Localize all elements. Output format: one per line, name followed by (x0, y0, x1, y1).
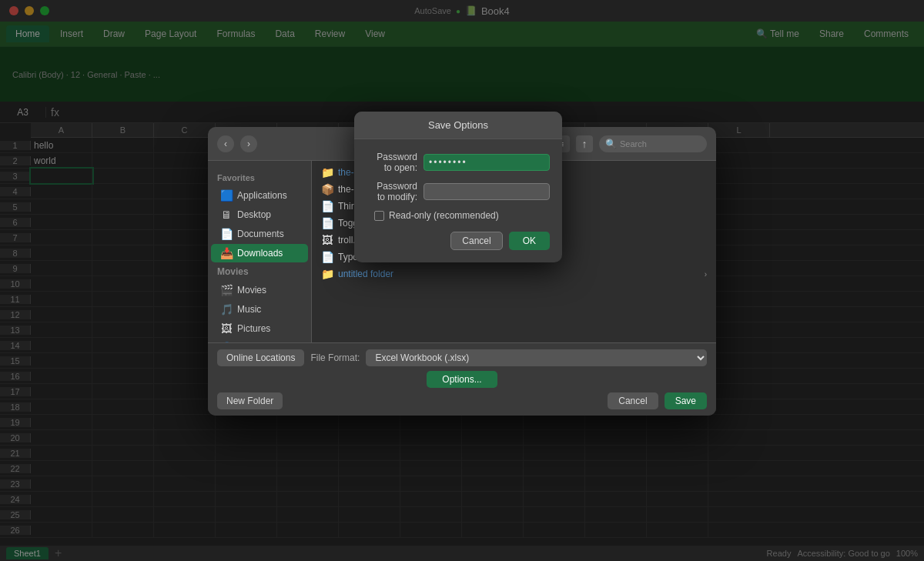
save-options-dialog: Save Options Password to open: Password … (354, 112, 562, 262)
file-dialog-row1: Online Locations File Format: Excel Work… (217, 349, 707, 366)
file-search-input[interactable]: 🔍 Search (599, 135, 707, 152)
password-open-label: Password to open: (367, 152, 417, 173)
password-modify-input[interactable] (424, 183, 550, 200)
folder-icon: 📁 (321, 166, 333, 179)
file-dialog-cancel-button[interactable]: Cancel (608, 392, 658, 409)
movies-section: Movies (208, 263, 311, 280)
sidebar-item-label: Music (237, 304, 261, 315)
up-button[interactable]: ↑ (576, 135, 593, 152)
png-icon: 🖼 (321, 234, 333, 246)
downloads-icon: 📥 (220, 247, 233, 259)
password-open-row: Password to open: (367, 152, 550, 173)
online-locations-button[interactable]: Online Locations (217, 349, 304, 366)
music-icon: 🎵 (220, 303, 233, 316)
new-folder-button[interactable]: New Folder (217, 392, 283, 409)
sidebar-item-label: Movies (237, 285, 266, 296)
chevron-right-icon: › (705, 270, 707, 279)
readonly-row: Read-only (recommended) (367, 210, 550, 221)
movies-icon: 🎬 (220, 284, 233, 296)
file-dialog-row3: New Folder Cancel Save (217, 392, 707, 409)
password-modify-label: Password to modify: (367, 181, 417, 202)
file-dialog-save-button[interactable]: Save (665, 392, 707, 409)
sidebar-item-movies[interactable]: 🎬 Movies (211, 281, 308, 299)
sidebar-item-label: Pictures (237, 323, 270, 334)
file-item-untitled-folder[interactable]: 📁 untitled folder › (315, 265, 713, 282)
zip-icon: 📦 (321, 183, 333, 195)
sidebar-item-music[interactable]: 🎵 Music (211, 300, 308, 319)
doc-icon: 📄 (321, 200, 333, 212)
pictures-icon: 🖼 (220, 322, 233, 335)
favorites-section-title: Favorites (208, 167, 311, 185)
password-modify-row: Password to modify: (367, 181, 550, 202)
save-options-title: Save Options (354, 112, 562, 139)
sidebar-item-applications[interactable]: 🟦 Applications (211, 186, 308, 205)
search-icon: 🔍 (605, 139, 617, 149)
documents-icon: 📄 (220, 228, 233, 240)
readonly-checkbox[interactable] (374, 211, 384, 221)
file-name: untitled folder (338, 269, 393, 279)
typora-icon: 📄 (321, 251, 333, 263)
desktop-icon: 🖥 (220, 209, 233, 221)
save-options-body: Password to open: Password to modify: Re… (354, 139, 562, 262)
sidebar-item-label: Documents (237, 229, 284, 239)
file-dialog-row2: Options... (217, 371, 707, 388)
password-open-input[interactable] (424, 154, 550, 171)
sidebar-item-desktop[interactable]: 🖥 Desktop (211, 205, 308, 224)
folder-icon: 📁 (321, 268, 333, 280)
nav-forward-button[interactable]: › (240, 135, 257, 152)
file-dialog-sidebar: Favorites 🟦 Applications 🖥 Desktop 📄 Doc… (208, 161, 312, 342)
nav-back-button[interactable]: ‹ (217, 135, 234, 152)
sidebar-item-documents[interactable]: 📄 Documents (211, 225, 308, 243)
sidebar-item-downloads[interactable]: 📥 Downloads (211, 244, 308, 262)
sidebar-item-label: Desktop (237, 209, 271, 220)
sidebar-item-label: Downloads (237, 248, 283, 259)
save-options-cancel-button[interactable]: Cancel (450, 232, 502, 250)
applications-icon: 🟦 (220, 189, 233, 202)
readonly-label: Read-only (recommended) (389, 210, 499, 221)
action-buttons: Cancel Save (608, 392, 707, 409)
dmg-icon: 📄 (321, 217, 333, 229)
options-button[interactable]: Options... (427, 371, 497, 388)
file-dialog-bottom: Online Locations File Format: Excel Work… (208, 342, 716, 416)
search-placeholder: Search (620, 139, 647, 149)
save-options-buttons: Cancel OK (367, 232, 550, 250)
save-options-ok-button[interactable]: OK (509, 232, 550, 250)
file-format-select[interactable]: Excel Workbook (.xlsx) (366, 349, 707, 366)
sidebar-item-label: Applications (237, 190, 287, 201)
sidebar-item-pictures[interactable]: 🖼 Pictures (211, 319, 308, 338)
file-format-label: File Format: (310, 352, 360, 363)
